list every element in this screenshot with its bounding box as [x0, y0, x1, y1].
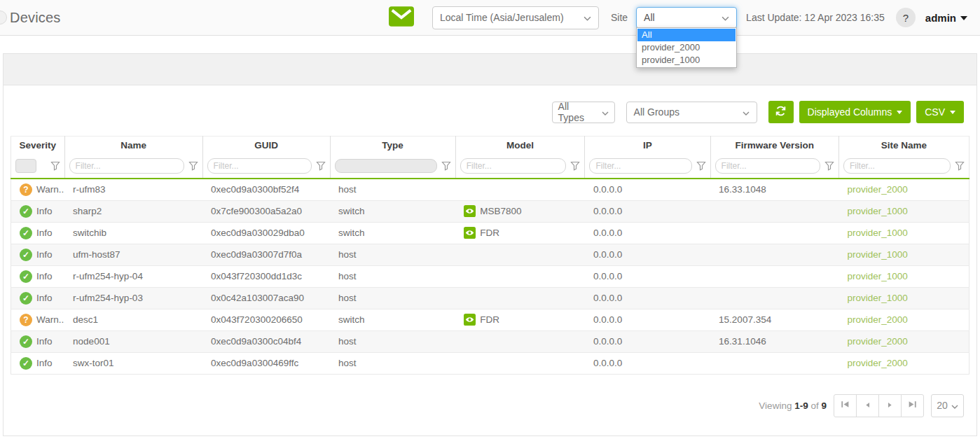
- top-bar: Devices Local Time (Asia/Jerusalem) Site…: [0, 0, 980, 36]
- site-select[interactable]: All: [636, 7, 737, 29]
- column-header-site-name[interactable]: Site Name: [838, 137, 969, 155]
- site-link[interactable]: provider_1000: [847, 293, 907, 303]
- severity-label: Info: [36, 336, 53, 347]
- refresh-button[interactable]: [768, 101, 794, 123]
- model-filter-input[interactable]: [460, 158, 567, 174]
- info-check-icon: ✓: [20, 357, 32, 370]
- severity-label: Info: [36, 206, 53, 216]
- first-page-button[interactable]: [834, 394, 857, 417]
- filter-funnel-icon[interactable]: [50, 161, 60, 171]
- next-page-button[interactable]: [878, 394, 902, 417]
- help-button[interactable]: ?: [896, 8, 916, 27]
- table-row[interactable]: ✓ Info sharp2 0x7cfe900300a5a2a0 switch …: [11, 200, 969, 222]
- device-ip-cell: 0.0.0.0: [585, 244, 710, 265]
- device-guid-cell: 0xec0d9a03007d7f0a: [202, 244, 330, 265]
- table-row[interactable]: ✓ Info switchib 0xec0d9a030029dba0 switc…: [11, 222, 969, 244]
- displayed-columns-button[interactable]: Displayed Columns: [799, 101, 911, 123]
- column-header-firmware[interactable]: Firmware Version: [710, 137, 838, 155]
- next-page-icon: [886, 399, 894, 412]
- mail-button[interactable]: [389, 7, 414, 28]
- site-link[interactable]: provider_2000: [847, 184, 907, 195]
- firmware-filter-input[interactable]: [715, 158, 820, 174]
- column-header-model[interactable]: Model: [455, 137, 585, 155]
- device-type-cell: switch: [330, 200, 455, 222]
- csv-button[interactable]: CSV: [916, 101, 964, 123]
- pagination-bar: Viewing 1-9 of 9 20: [4, 394, 964, 417]
- ip-filter-input[interactable]: [589, 158, 691, 174]
- nvidia-logo-icon: [464, 314, 476, 326]
- device-guid-cell: 0xec0d9a0300bf52f4: [202, 179, 330, 201]
- timezone-select[interactable]: Local Time (Asia/Jerusalem): [432, 6, 599, 29]
- timezone-value: Local Time (Asia/Jerusalem): [440, 12, 564, 23]
- severity-label: Info: [36, 271, 53, 281]
- site-link[interactable]: provider_1000: [847, 228, 907, 238]
- groups-filter-select[interactable]: All Groups: [626, 102, 757, 123]
- types-filter-select[interactable]: All Types: [552, 102, 615, 123]
- last-page-icon: [908, 399, 917, 412]
- site-link[interactable]: provider_2000: [847, 358, 907, 368]
- table-row[interactable]: ✓ Info swx-tor01 0xec0d9a0300469ffc host…: [11, 352, 969, 374]
- filter-funnel-icon[interactable]: [441, 161, 451, 171]
- device-firmware-cell: [710, 265, 838, 287]
- table-row[interactable]: ✓ Info node001 0xec0d9a0300c04bf4 host 0…: [11, 330, 969, 352]
- name-filter-input[interactable]: [69, 158, 184, 174]
- chevron-down-icon: [960, 16, 967, 20]
- column-header-name[interactable]: Name: [64, 137, 202, 155]
- severity-filter-disabled: [15, 159, 36, 173]
- device-type-cell: host: [330, 265, 455, 287]
- device-name-cell: switchib: [64, 222, 202, 244]
- table-row[interactable]: ✓ Info r-ufm254-hyp-04 0x043f720300dd1d3…: [11, 265, 969, 287]
- site-link[interactable]: provider_2000: [847, 314, 907, 325]
- device-name-cell: swx-tor01: [64, 352, 202, 374]
- caret-down-icon: [950, 111, 955, 114]
- filter-funnel-icon[interactable]: [188, 161, 198, 171]
- site-option-provider-1000[interactable]: provider_1000: [637, 54, 736, 67]
- site-link[interactable]: provider_1000: [847, 271, 907, 281]
- site-link[interactable]: provider_1000: [847, 249, 907, 260]
- page-title: Devices: [10, 10, 61, 26]
- site-link[interactable]: provider_1000: [847, 206, 907, 216]
- table-row[interactable]: ? Warn... desc1 0x043f720300206650 switc…: [11, 309, 969, 330]
- sidebar-toggle-handle[interactable]: [0, 11, 7, 25]
- devices-table: Severity Name GUID Type Model IP Firmwar…: [11, 136, 969, 375]
- table-row[interactable]: ✓ Info r-ufm254-hyp-03 0x0c42a103007aca9…: [11, 287, 969, 309]
- column-header-severity[interactable]: Severity: [11, 137, 65, 155]
- user-menu[interactable]: admin: [925, 12, 967, 24]
- viewing-range: 1-9: [794, 400, 808, 411]
- nvidia-logo-icon: [464, 205, 476, 217]
- device-name-cell: r-ufm83: [64, 179, 202, 201]
- filter-funnel-icon[interactable]: [570, 161, 580, 171]
- site-option-provider-2000[interactable]: provider_2000: [637, 41, 736, 54]
- site-name-filter-input[interactable]: [843, 158, 951, 174]
- site-select-dropdown: All provider_2000 provider_1000: [636, 27, 737, 68]
- device-table-body: ? Warn... r-ufm83 0xec0d9a0300bf52f4 hos…: [11, 179, 969, 375]
- device-name-cell: sharp2: [64, 200, 202, 222]
- filter-funnel-icon[interactable]: [824, 161, 834, 171]
- site-link[interactable]: provider_2000: [847, 336, 907, 347]
- device-ip-cell: 0.0.0.0: [585, 200, 710, 222]
- info-check-icon: ✓: [20, 292, 32, 305]
- previous-page-button[interactable]: [856, 394, 879, 417]
- viewing-summary: Viewing 1-9 of 9: [759, 400, 827, 411]
- csv-label: CSV: [925, 106, 945, 118]
- column-header-guid[interactable]: GUID: [202, 137, 330, 155]
- device-guid-cell: 0x7cfe900300a5a2a0: [202, 200, 330, 222]
- device-ip-cell: 0.0.0.0: [585, 309, 710, 330]
- refresh-icon: [775, 105, 787, 119]
- filter-funnel-icon[interactable]: [316, 161, 326, 171]
- column-header-ip[interactable]: IP: [585, 137, 710, 155]
- column-header-type[interactable]: Type: [330, 137, 455, 155]
- page-size-select[interactable]: 20: [931, 394, 964, 417]
- device-firmware-cell: [710, 352, 838, 374]
- device-ip-cell: 0.0.0.0: [585, 352, 710, 374]
- last-page-button[interactable]: [901, 394, 924, 417]
- site-option-all[interactable]: All: [637, 29, 736, 41]
- guid-filter-input[interactable]: [207, 158, 312, 174]
- filter-funnel-icon[interactable]: [696, 161, 706, 171]
- table-row[interactable]: ? Warn... r-ufm83 0xec0d9a0300bf52f4 hos…: [11, 179, 969, 201]
- table-row[interactable]: ✓ Info ufm-host87 0xec0d9a03007d7f0a hos…: [11, 244, 969, 265]
- filter-funnel-icon[interactable]: [955, 161, 965, 171]
- chevron-down-icon: [584, 12, 591, 23]
- warning-icon: ?: [20, 183, 32, 196]
- info-check-icon: ✓: [20, 227, 32, 239]
